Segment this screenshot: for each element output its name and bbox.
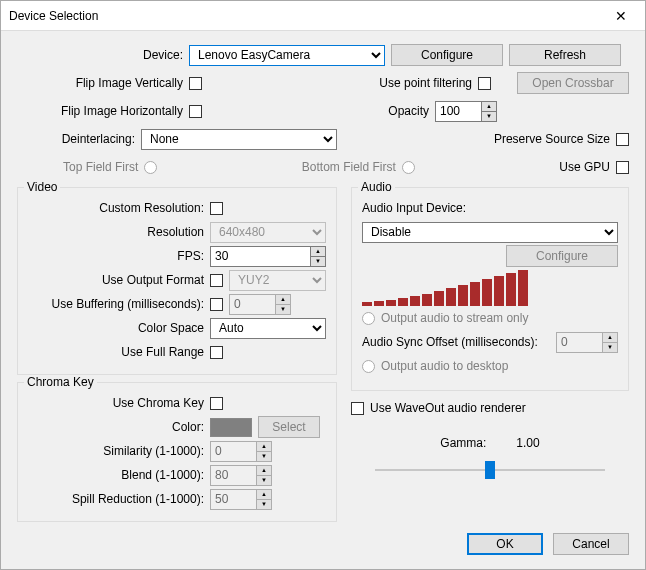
video-group: Video Custom Resolution: Resolution 640x…: [17, 187, 337, 375]
deinterlacing-label: Deinterlacing:: [17, 132, 135, 146]
bottom-field-label: Bottom Field First: [302, 160, 396, 174]
spin-down-icon[interactable]: ▼: [602, 342, 618, 353]
audio-device-select[interactable]: Disable: [362, 222, 618, 243]
fps-spinner[interactable]: ▲▼: [210, 246, 326, 267]
spin-down-icon[interactable]: ▼: [275, 304, 291, 315]
top-field-label: Top Field First: [63, 160, 138, 174]
resolution-label: Resolution: [28, 225, 204, 239]
fps-input[interactable]: [210, 246, 310, 267]
device-label: Device:: [17, 48, 183, 62]
cancel-button[interactable]: Cancel: [553, 533, 629, 555]
audio-device-label: Audio Input Device:: [362, 201, 466, 215]
spin-down-icon[interactable]: ▼: [256, 475, 272, 486]
bottom-field-radio: [402, 161, 415, 174]
chroma-legend: Chroma Key: [24, 375, 97, 389]
spill-label: Spill Reduction (1-1000):: [28, 492, 204, 506]
blend-input[interactable]: [210, 465, 256, 486]
chroma-select-button[interactable]: Select: [258, 416, 320, 438]
spin-up-icon[interactable]: ▲: [275, 294, 291, 304]
spill-input[interactable]: [210, 489, 256, 510]
chroma-color-label: Color:: [28, 420, 204, 434]
chroma-color-swatch[interactable]: [210, 418, 252, 437]
use-chroma-checkbox[interactable]: [210, 397, 223, 410]
desktop-label: Output audio to desktop: [381, 359, 508, 373]
opacity-input[interactable]: [435, 101, 481, 122]
spill-spinner[interactable]: ▲▼: [210, 489, 272, 510]
sync-offset-label: Audio Sync Offset (milliseconds):: [362, 335, 550, 349]
point-filter-label: Use point filtering: [379, 76, 472, 90]
use-chroma-label: Use Chroma Key: [28, 396, 204, 410]
device-select[interactable]: Lenovo EasyCamera: [189, 45, 385, 66]
spin-up-icon[interactable]: ▲: [256, 465, 272, 475]
volume-meter-icon: [362, 268, 618, 306]
colorspace-select[interactable]: Auto: [210, 318, 326, 339]
spin-down-icon[interactable]: ▼: [256, 499, 272, 510]
output-format-checkbox[interactable]: [210, 274, 223, 287]
spin-up-icon[interactable]: ▲: [256, 489, 272, 499]
opacity-label: Opacity: [388, 104, 429, 118]
spin-down-icon[interactable]: ▼: [310, 256, 326, 267]
buffering-input[interactable]: [229, 294, 275, 315]
sync-offset-spinner[interactable]: ▲▼: [556, 332, 618, 353]
audio-legend: Audio: [358, 180, 395, 194]
fps-label: FPS:: [28, 249, 204, 263]
stream-only-radio: [362, 312, 375, 325]
point-filter-checkbox[interactable]: [478, 77, 491, 90]
spin-up-icon[interactable]: ▲: [310, 246, 326, 256]
window-title: Device Selection: [9, 9, 598, 23]
waveout-checkbox[interactable]: [351, 402, 364, 415]
video-legend: Video: [24, 180, 60, 194]
buffering-label: Use Buffering (milliseconds):: [28, 297, 204, 311]
configure-device-button[interactable]: Configure: [391, 44, 503, 66]
spin-up-icon[interactable]: ▲: [256, 441, 272, 451]
full-range-label: Use Full Range: [28, 345, 204, 359]
flip-vertical-label: Flip Image Vertically: [17, 76, 183, 90]
gamma-slider[interactable]: [375, 460, 605, 480]
gamma-label: Gamma:: [440, 436, 486, 450]
spin-up-icon[interactable]: ▲: [602, 332, 618, 342]
stream-only-label: Output audio to stream only: [381, 311, 528, 325]
use-gpu-checkbox[interactable]: [616, 161, 629, 174]
opacity-spinner[interactable]: ▲▼: [435, 101, 497, 122]
chroma-group: Chroma Key Use Chroma Key Color: Select …: [17, 382, 337, 522]
similarity-label: Similarity (1-1000):: [28, 444, 204, 458]
use-gpu-label: Use GPU: [559, 160, 610, 174]
output-format-label: Use Output Format: [28, 273, 204, 287]
spin-down-icon[interactable]: ▼: [256, 451, 272, 462]
flip-horizontal-label: Flip Image Horizontally: [17, 104, 183, 118]
waveout-label: Use WaveOut audio renderer: [370, 401, 526, 415]
similarity-input[interactable]: [210, 441, 256, 462]
buffering-spinner[interactable]: ▲▼: [229, 294, 291, 315]
blend-spinner[interactable]: ▲▼: [210, 465, 272, 486]
deinterlacing-select[interactable]: None: [141, 129, 337, 150]
preserve-size-label: Preserve Source Size: [494, 132, 610, 146]
full-range-checkbox[interactable]: [210, 346, 223, 359]
buffering-checkbox[interactable]: [210, 298, 223, 311]
colorspace-label: Color Space: [28, 321, 204, 335]
resolution-select[interactable]: 640x480: [210, 222, 326, 243]
similarity-spinner[interactable]: ▲▼: [210, 441, 272, 462]
gamma-value: 1.00: [516, 436, 539, 450]
preserve-size-checkbox[interactable]: [616, 133, 629, 146]
close-button[interactable]: ✕: [598, 1, 643, 30]
blend-label: Blend (1-1000):: [28, 468, 204, 482]
custom-res-checkbox[interactable]: [210, 202, 223, 215]
ok-button[interactable]: OK: [467, 533, 543, 555]
output-format-select[interactable]: YUY2: [229, 270, 326, 291]
refresh-button[interactable]: Refresh: [509, 44, 621, 66]
open-crossbar-button[interactable]: Open Crossbar: [517, 72, 629, 94]
custom-res-label: Custom Resolution:: [28, 201, 204, 215]
sync-offset-input[interactable]: [556, 332, 602, 353]
top-field-radio: [144, 161, 157, 174]
audio-configure-button[interactable]: Configure: [506, 245, 618, 267]
titlebar: Device Selection ✕: [1, 1, 645, 31]
audio-group: Audio Audio Input Device: Disable Config…: [351, 187, 629, 391]
flip-horizontal-checkbox[interactable]: [189, 105, 202, 118]
spin-down-icon[interactable]: ▼: [481, 111, 497, 122]
desktop-radio: [362, 360, 375, 373]
spin-up-icon[interactable]: ▲: [481, 101, 497, 111]
flip-vertical-checkbox[interactable]: [189, 77, 202, 90]
